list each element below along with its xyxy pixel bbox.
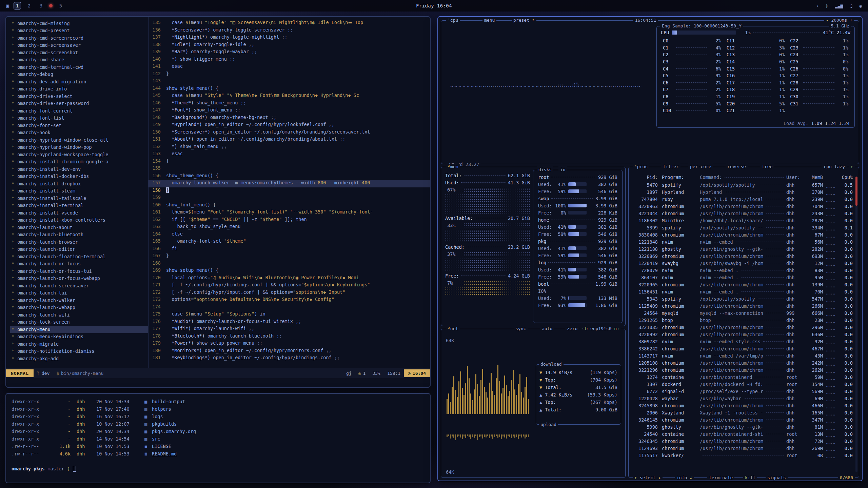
explorer-item[interactable]: *omarchy-launch-floating-terminal xyxy=(10,253,148,260)
proc-scroll-up-icon[interactable]: ↑ xyxy=(849,164,855,170)
code-line[interactable]: 156show_theme_menu() { xyxy=(149,173,430,180)
process-row[interactable]: 3809782nvimnvim --embed style.cssdhh92M⣀… xyxy=(633,338,855,345)
file-name[interactable]: LICENSE xyxy=(152,444,171,449)
power-icon[interactable]: ◉ xyxy=(859,3,862,8)
code-line[interactable]: 160show_font_menu() { xyxy=(149,202,430,209)
process-row[interactable]: 3246345chromium/usr/lib/chromium/chromdh… xyxy=(633,438,855,445)
process-row[interactable]: 864107nvimnvim --embed .dhh95M⣀⣀⣀0.0 xyxy=(633,274,855,281)
file-name[interactable]: README.md xyxy=(152,451,177,456)
process-row[interactable]: 3245898chromium/usr/lib/chromium/chromdh… xyxy=(633,402,855,409)
explorer-item[interactable]: *omarchy-pkg-add xyxy=(10,355,148,362)
process-row[interactable]: 3220963chromium/usr/lib/chromium/chromdh… xyxy=(633,203,855,210)
process-row[interactable]: 3386242chromium/usr/lib/chromium/chromdh… xyxy=(633,345,855,352)
explorer-item[interactable]: *omarchy-font-current xyxy=(10,107,148,115)
explorer-item[interactable]: *omarchy-drive-set-password xyxy=(10,100,148,107)
process-row[interactable]: 3220992chromium/usr/lib/chromium/chromdh… xyxy=(633,331,855,338)
chevron-left-icon[interactable]: ‹ xyxy=(816,3,819,8)
process-row[interactable]: 3220869chromium/usr/lib/chromium/chromdh… xyxy=(633,252,855,260)
explorer-item[interactable]: *omarchy-cmd-terminal-cwd xyxy=(10,63,148,71)
file-name[interactable]: pkgbuilds xyxy=(152,421,177,427)
process-row[interactable]: 1291265btopbtopdhh23M⣀⣀⣀0.0 xyxy=(633,317,855,324)
launcher-icon[interactable]: ▣ xyxy=(6,3,9,9)
code-line[interactable]: 181 *Keybindings*) open_in_editor ~/.con… xyxy=(149,355,430,362)
explorer-item[interactable]: *omarchy-drive-select xyxy=(10,93,148,100)
explorer-item[interactable]: *omarchy-install-terminal xyxy=(10,202,148,209)
explorer-item[interactable]: *omarchy-install-vscode xyxy=(10,209,148,217)
explorer-item[interactable]: *omarchy-launch-or-focus xyxy=(10,260,148,268)
file-name[interactable]: build-output xyxy=(152,399,185,404)
explorer-item[interactable]: *omarchy-cmd-screenshot xyxy=(10,49,148,56)
code-line[interactable]: 177 *Wifi*) omarchy-launch-wifi ;; xyxy=(149,326,430,333)
code-line[interactable]: 148 *Background*) omarchy-theme-bg-next … xyxy=(149,115,430,122)
code-line[interactable]: 152 *) show_main_menu ;; xyxy=(149,144,430,151)
code-line[interactable]: 153 esac xyxy=(149,151,430,158)
code-line[interactable]: 164 else xyxy=(149,231,430,239)
explorer-item[interactable]: *omarchy-debug xyxy=(10,71,148,78)
process-row[interactable]: 5399spotify/opt/spotify/spotify --dhh394… xyxy=(633,224,855,231)
proc-percore-tab[interactable]: per-core xyxy=(688,164,713,170)
explorer-item[interactable]: *omarchy-launch-or-focus-tui xyxy=(10,267,148,275)
code-line[interactable]: 176 *Audio*) omarchy-launch-or-focus-tui… xyxy=(149,319,430,326)
code-line[interactable]: 155 xyxy=(149,165,430,173)
code-line[interactable]: 175 case $(menu "Setup" "$options") in xyxy=(149,311,430,319)
process-row[interactable]: 3221296chromium/usr/lib/chromium/chromdh… xyxy=(633,366,855,373)
explorer-item[interactable]: *omarchy-hyprland-window-pop xyxy=(10,144,148,151)
explorer-item[interactable]: *omarchy-menu xyxy=(10,326,148,333)
code-line[interactable]: 167} xyxy=(149,253,430,260)
code-line[interactable]: 154} xyxy=(149,158,430,166)
file-name[interactable]: src xyxy=(152,436,160,442)
proc-terminate-button[interactable]: terminate xyxy=(707,475,734,481)
file-explorer[interactable]: *omarchy-cmd-missing*omarchy-cmd-present… xyxy=(6,17,149,368)
code-line[interactable]: 163 back_to show_style_menu xyxy=(149,224,430,231)
process-row[interactable]: 1175517kworker/root0B⣀⣀⣀0.0 xyxy=(633,452,855,459)
code-line[interactable]: 151 *About*) open_in_editor ~/.config/om… xyxy=(149,136,430,144)
code-line[interactable]: 142} xyxy=(149,71,430,78)
explorer-item[interactable]: *omarchy-cmd-screenrecord xyxy=(10,34,148,42)
net-interface-switcher[interactable]: ←b enp191s0 n→ xyxy=(580,326,621,332)
shell-prompt[interactable]: omarchy-pkgs master ) xyxy=(12,465,425,472)
proc-tree-tab[interactable]: tree xyxy=(760,164,774,170)
explorer-item[interactable]: *omarchy-cmd-missing xyxy=(10,20,148,27)
proc-sort-selector[interactable]: cpu lazy xyxy=(822,164,847,170)
explorer-item[interactable]: *omarchy-notification-dismiss xyxy=(10,348,148,355)
file-name[interactable]: pkgs.omarchy.org xyxy=(152,429,196,434)
code-line[interactable]: 171 [ -f ~/.config/hypr/bindings.conf ] … xyxy=(149,282,430,289)
iface-next[interactable]: n→ xyxy=(614,326,619,331)
code-line[interactable]: 135 case $(menu "Toggle" "◫ Screensaver\… xyxy=(149,20,430,27)
editor-window[interactable]: *omarchy-cmd-missing*omarchy-cmd-present… xyxy=(5,16,431,388)
code-line[interactable]: 136 *Screensaver*) omarchy-toggle-screen… xyxy=(149,27,430,35)
workspace-5[interactable]: 5 xyxy=(57,2,64,9)
explorer-item[interactable]: *omarchy-launch-wifi xyxy=(10,311,148,319)
process-row[interactable]: 24540containe/usr/bin/containerd-shiroot… xyxy=(633,430,855,438)
explorer-item[interactable]: *omarchy-font-set xyxy=(10,122,148,129)
net-zero-button[interactable]: zero xyxy=(565,326,579,332)
proc-signals-button[interactable]: signals xyxy=(766,475,788,481)
process-row[interactable]: 1205108chromium/usr/lib/chromium/chromdh… xyxy=(633,359,855,366)
process-row[interactable]: 728079nvimnvim --embed .dhh83M⣀⣀⣀0.0 xyxy=(633,267,855,274)
process-row[interactable]: 1274containe/usr/bin/containerdroot59M⣀⣀… xyxy=(633,373,855,381)
explorer-item[interactable]: *omarchy-hook xyxy=(10,129,148,137)
explorer-item[interactable]: *omarchy-lock-screen xyxy=(10,319,148,326)
process-row[interactable]: 3221044chromium/usr/lib/chromium/chromdh… xyxy=(633,210,855,217)
sort-by-user[interactable]: User: xyxy=(786,175,803,180)
code-line[interactable]: 147 *Font*) show_font_menu ;; xyxy=(149,107,430,115)
process-row[interactable]: 1186302MainThre/home/dhh/.local/share/dh… xyxy=(633,217,855,224)
code-line[interactable]: 170 local options="♫ Audio\n◆ Wifi\n◆ Bl… xyxy=(149,275,430,282)
explorer-item[interactable]: *omarchy-launch-browser xyxy=(10,238,148,246)
code-line[interactable]: 180 *Monitors*) open_in_editor ~/.config… xyxy=(149,348,430,355)
file-name[interactable]: helpers xyxy=(152,406,171,412)
explorer-item[interactable]: *omarchy-launch-bluetooth xyxy=(10,231,148,239)
explorer-item[interactable]: *omarchy-install-dropbox xyxy=(10,180,148,187)
process-row[interactable]: 3830408chromium/usr/lib/chromium/chromdh… xyxy=(633,231,855,238)
explorer-item[interactable]: *omarchy-cmd-present xyxy=(10,27,148,35)
process-row[interactable]: 6772signal-d/proc/self/exe --type=rdhh56… xyxy=(633,388,855,395)
process-row[interactable]: 5470spotify/opt/spotify/spotifydhh657M⣀⣀… xyxy=(633,181,855,188)
system-monitor-window[interactable]: ¹cpu menu preset * 16:04:51 - 2000ms + ⣀… xyxy=(437,16,863,481)
file-name[interactable]: logs xyxy=(152,414,163,419)
io-tab[interactable]: io xyxy=(558,167,567,173)
code-area[interactable]: 135 case $(menu "Toggle" "◫ Screensaver\… xyxy=(149,20,430,368)
explorer-item[interactable]: *omarchy-launch-walker xyxy=(10,297,148,304)
process-row[interactable]: 1156451nvimnvim --embed .dhh70M⣀⣀⣀0.0 xyxy=(633,288,855,295)
code-line[interactable]: 173 options="$options\n◆ Defaults\n◆ DNS… xyxy=(149,297,430,304)
proc-reverse-tab[interactable]: reverse xyxy=(726,164,748,170)
